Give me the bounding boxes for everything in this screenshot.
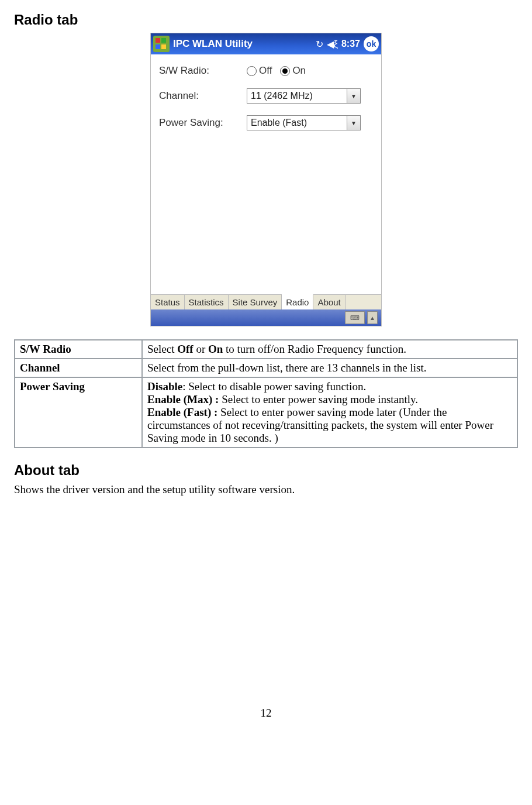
radio-on-circle[interactable] bbox=[280, 66, 290, 76]
table-row: Channel Select from the pull-down list, … bbox=[15, 359, 517, 377]
table-row: Power Saving Disable: Select to disable … bbox=[15, 377, 517, 448]
channel-value: 11 (2462 MHz) bbox=[247, 91, 347, 101]
sw-radio-label: S/W Radio: bbox=[159, 65, 247, 77]
radio-on-text: On bbox=[292, 65, 306, 77]
power-saving-label: Power Saving: bbox=[159, 117, 247, 129]
volume-icon[interactable]: ◀ξ bbox=[327, 39, 338, 50]
channel-dropdown[interactable]: 11 (2462 MHz) ▼ bbox=[247, 88, 361, 104]
radio-tab-heading: Radio tab bbox=[14, 12, 518, 28]
page-number: 12 bbox=[14, 707, 518, 720]
cell-power-val: Disable: Select to disable power saving … bbox=[142, 377, 517, 448]
ok-button[interactable]: ok bbox=[364, 36, 379, 51]
chevron-down-icon[interactable]: ▼ bbox=[347, 89, 360, 103]
tab-about[interactable]: About bbox=[313, 295, 345, 309]
bottombar: ⌨ ▲ bbox=[151, 309, 381, 326]
cell-power-key: Power Saving bbox=[15, 377, 142, 448]
sync-icon[interactable]: ↻ bbox=[316, 39, 323, 50]
titlebar: IPC WLAN Utility ↻ ◀ξ 8:37 ok bbox=[151, 33, 381, 54]
radio-off-option[interactable]: Off bbox=[247, 65, 272, 77]
cell-sw-radio-val: Select Off or On to turn off/on Radio Fr… bbox=[142, 340, 517, 359]
cell-channel-key: Channel bbox=[15, 359, 142, 377]
power-saving-dropdown[interactable]: Enable (Fast) ▼ bbox=[247, 115, 361, 130]
spec-table: S/W Radio Select Off or On to turn off/o… bbox=[14, 339, 518, 448]
window-title: IPC WLAN Utility bbox=[173, 38, 312, 50]
tab-status[interactable]: Status bbox=[151, 295, 185, 309]
clock: 8:37 bbox=[341, 39, 360, 49]
cell-sw-radio-key: S/W Radio bbox=[15, 340, 142, 359]
tab-radio[interactable]: Radio bbox=[282, 294, 313, 309]
radio-off-circle[interactable] bbox=[247, 66, 257, 76]
table-row: S/W Radio Select Off or On to turn off/o… bbox=[15, 340, 517, 359]
start-icon[interactable] bbox=[153, 36, 170, 52]
tabbar: Status Statistics Site Survey Radio Abou… bbox=[151, 294, 381, 309]
keyboard-icon[interactable]: ⌨ bbox=[345, 311, 365, 324]
about-tab-heading: About tab bbox=[14, 462, 518, 479]
channel-label: Channel: bbox=[159, 90, 247, 102]
tab-statistics[interactable]: Statistics bbox=[185, 295, 229, 309]
cell-channel-val: Select from the pull-down list, there ar… bbox=[142, 359, 517, 377]
radio-on-option[interactable]: On bbox=[280, 65, 306, 77]
about-tab-text: Shows the driver version and the setup u… bbox=[14, 483, 518, 496]
up-caret-icon[interactable]: ▲ bbox=[367, 311, 378, 324]
power-saving-value: Enable (Fast) bbox=[247, 118, 347, 128]
device-screenshot: IPC WLAN Utility ↻ ◀ξ 8:37 ok S/W Radio:… bbox=[150, 33, 382, 326]
tab-site-survey[interactable]: Site Survey bbox=[229, 295, 282, 309]
chevron-down-icon[interactable]: ▼ bbox=[347, 116, 360, 130]
radio-off-text: Off bbox=[259, 65, 272, 77]
